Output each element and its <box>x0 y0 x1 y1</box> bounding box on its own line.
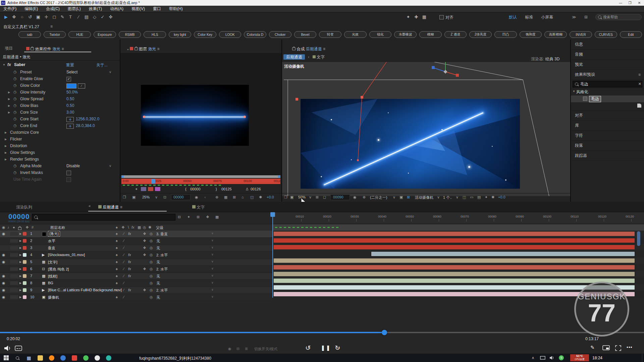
playhead-handle[interactable] <box>270 212 275 217</box>
panel-信息[interactable]: 信息 <box>571 40 644 50</box>
shape-tool-icon[interactable]: ◻ <box>50 12 58 22</box>
layer-name-column-header[interactable]: 图层名称 <box>50 225 65 230</box>
custom-effect-button-5[interactable]: HLS <box>144 31 166 38</box>
timeline-scrollbar[interactable] <box>637 231 640 246</box>
exposure-person-icon[interactable]: ✦ <box>135 187 138 191</box>
transparency-grid-icon[interactable]: ⊠ <box>407 195 410 199</box>
toggle-icon[interactable]: ◉ <box>228 347 231 351</box>
tab-render-queue[interactable]: 渲染队列 <box>16 204 32 210</box>
layer-color-swatch[interactable] <box>23 260 26 264</box>
layer-row-1[interactable]: ◉▶1■[激光]♠∕fx❖◎3. 垂直∨ <box>0 231 272 238</box>
stopwatch-icon[interactable]: ◷ <box>13 164 17 168</box>
layer-name[interactable]: 水平 <box>48 239 55 244</box>
expander-icon[interactable]: ▶ <box>8 104 10 107</box>
stopwatch-icon[interactable]: ◷ <box>13 103 17 108</box>
menu-item-0[interactable]: 文件(F) <box>3 6 16 12</box>
about-link[interactable]: 关于... <box>96 62 108 68</box>
eye-icon[interactable]: ◉ <box>2 288 5 292</box>
panel-menu-icon[interactable]: ≡ <box>61 47 64 51</box>
point-control-icon[interactable]: ✛ <box>66 117 74 122</box>
custom-effect-button-3[interactable]: Exposure <box>94 31 116 38</box>
frame-blend-icon[interactable]: ❖ <box>206 215 209 219</box>
draft-3d-icon[interactable]: ✦ <box>187 215 190 219</box>
stopwatch-icon[interactable]: ◷ <box>13 117 17 121</box>
browser-icon[interactable] <box>60 355 66 361</box>
layer-name[interactable]: BG <box>48 281 53 285</box>
layer-row-7[interactable]: ◉▶7▩[线框]♠∕fx◎无∨ <box>0 273 272 280</box>
panel-对齐[interactable]: 对齐 <box>571 111 644 121</box>
player-skip-forward-button[interactable]: ↻30 <box>335 344 340 352</box>
resolution-dropdown[interactable]: (二分之一) <box>370 195 387 200</box>
custom-effect-button-7[interactable]: Color Key <box>194 31 216 38</box>
color-swatch[interactable] <box>66 83 76 88</box>
breadcrumb-next[interactable]: 文字 <box>317 55 325 59</box>
layer-row-5[interactable]: ◉▶5▦[文字]♠∕fx◎无∨ <box>0 259 272 266</box>
eye-icon[interactable]: ◉ <box>2 281 5 285</box>
chevron-down-icon[interactable]: ∨ <box>211 281 214 284</box>
panel-音频[interactable]: 音频 <box>571 50 644 60</box>
property-dropdown[interactable]: Select <box>66 70 77 74</box>
fx-icon[interactable]: fx <box>128 260 131 264</box>
chevron-down-icon[interactable]: ∨ <box>456 195 459 199</box>
layer-row-2[interactable]: ▶2水平♠∕❖◎无∨ <box>0 238 272 245</box>
color-management-icon[interactable]: ⊕ <box>215 195 218 199</box>
fx-icon[interactable]: fx <box>128 288 131 292</box>
layer-playhead[interactable] <box>151 179 155 184</box>
layer-row-8[interactable]: ◉▶8▦BG♠∕◎无∨ <box>0 280 272 287</box>
more-workspaces-icon[interactable]: ≫ <box>572 15 576 19</box>
fx-icon[interactable]: fx <box>128 267 131 271</box>
expander-icon[interactable]: ▶ <box>19 275 21 278</box>
layer-duration-bar[interactable] <box>371 252 635 256</box>
stopwatch-icon[interactable]: ◷ <box>13 123 17 128</box>
expander-icon[interactable]: ▶ <box>19 232 21 235</box>
layer-row-10[interactable]: ◉▶10▣摄像机♠∕◎无∨ <box>0 294 272 301</box>
tray-volume-icon[interactable] <box>549 356 555 360</box>
layer-row-9[interactable]: ◉▶9▶[Blue C...al Lattices FullHD Backgro… <box>0 287 272 294</box>
minimize-button[interactable]: — <box>616 0 625 6</box>
panel-menu-icon[interactable]: ≡ <box>120 205 122 209</box>
player-edit-icon[interactable]: ✎ <box>590 345 595 351</box>
custom-effect-button-4[interactable]: RSMB <box>119 31 141 38</box>
parent-pickwhip-icon[interactable]: ◎ <box>150 232 153 236</box>
target-icon[interactable]: ▣ <box>399 195 403 199</box>
property-value[interactable]: 0.50 <box>66 97 74 101</box>
expander-icon[interactable]: ▼ <box>573 90 575 93</box>
eyedropper-icon[interactable]: ∕ <box>78 83 85 88</box>
expander-icon[interactable]: ▶ <box>19 239 21 242</box>
motion-blur-icon[interactable]: ❖ <box>143 253 146 257</box>
custom-effect-button-11[interactable]: Bevel <box>294 31 317 38</box>
stopwatch-icon[interactable]: ◷ <box>13 110 17 114</box>
workspace-tab-0[interactable]: 默认 <box>505 12 521 22</box>
person-tool-icon[interactable]: ✦ <box>404 12 412 22</box>
expander-icon[interactable]: ▶ <box>19 296 21 299</box>
expander-icon[interactable]: ▶ <box>19 289 21 292</box>
custom-effect-button-1[interactable]: Twixtor <box>44 31 66 38</box>
layer-duration-bar[interactable] <box>274 285 635 290</box>
fx-icon[interactable]: fx <box>128 232 131 236</box>
layer-name[interactable]: [Shockwaves_01.mov] <box>48 253 85 257</box>
layer-duration-bar[interactable] <box>274 238 635 243</box>
eraser-tool-icon[interactable]: ◇ <box>91 12 99 22</box>
help-search-input[interactable]: 搜索帮助 <box>595 14 642 20</box>
player-pip-icon[interactable] <box>602 345 610 351</box>
custom-effect-button-19[interactable]: 凹凸 <box>494 31 517 38</box>
effects-category[interactable]: 风格化 <box>576 89 588 95</box>
player-volume-icon[interactable] <box>4 345 11 351</box>
grid-icon[interactable]: ▦ <box>224 195 227 199</box>
layer-color-swatch[interactable] <box>23 288 26 292</box>
home-icon[interactable]: ⌂ <box>241 195 244 199</box>
chevron-down-icon[interactable]: ∨ <box>211 253 214 256</box>
layer-name[interactable]: [Blue C...al Lattices FullHD Background.… <box>48 288 122 292</box>
show-desktop-button[interactable] <box>642 354 642 362</box>
parent-pickwhip-icon[interactable]: ◎ <box>150 274 153 278</box>
parent-value[interactable]: 无 <box>156 239 160 244</box>
expander-icon[interactable]: ▶ <box>19 246 21 249</box>
taskbar-search-icon[interactable] <box>14 355 21 361</box>
tray-input-method-icon[interactable]: S <box>559 355 564 360</box>
layer-row-3[interactable]: ▶3垂直♠∕❖◎无∨ <box>0 245 272 252</box>
timeline-timecode[interactable]: 00000 <box>8 213 30 221</box>
parent-value[interactable]: 2. 水平 <box>156 267 168 272</box>
out-point-value[interactable]: 00125 <box>221 187 232 191</box>
viewer-timecode[interactable]: 00000 <box>173 195 184 199</box>
work-area-bar[interactable] <box>272 224 644 231</box>
